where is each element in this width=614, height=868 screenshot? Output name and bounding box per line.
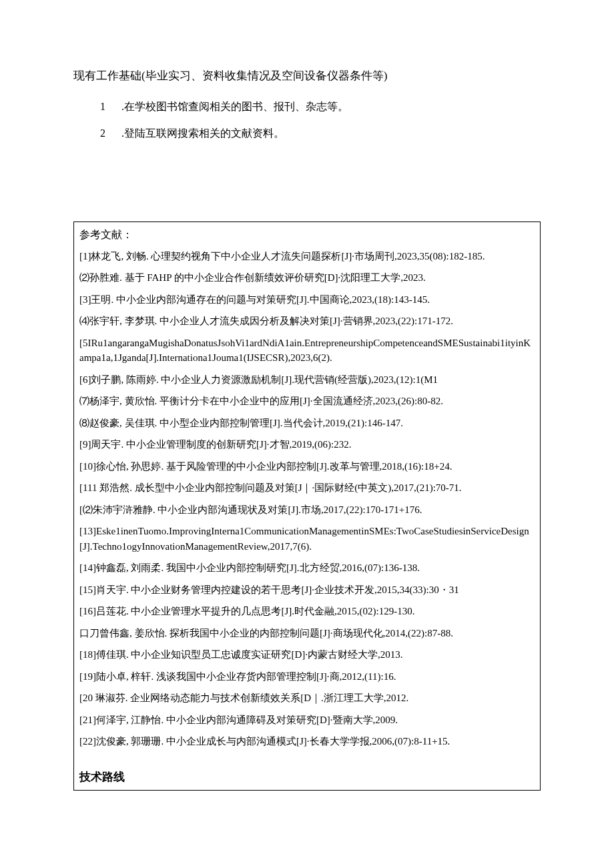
reference-item: [6]刘子鹏, 陈雨婷. 中小企业人力资源激励机制[J].现代营销(经营版),2… <box>79 372 535 388</box>
item-text: .登陆互联网搜索相关的文献资料。 <box>121 127 284 139</box>
reference-item: ⑻赵俊豪, 吴佳琪. 中小型企业内部控制管理[J].当代会计,2019,(21)… <box>79 416 535 431</box>
reference-item: [9]周天宇. 中小企业管理制度的创新研究[J]·才智,2019,(06):23… <box>79 437 535 452</box>
references-list: [1]林龙飞, 刘畅. 心理契约视角下中小企业人才流失问题探析[J]·市场周刊,… <box>79 249 535 749</box>
references-title: 参考文献： <box>79 226 535 244</box>
reference-item: [15]肖天宇. 中小企业财务管理内控建设的若干思考[J]·企业技术开发,201… <box>79 582 535 598</box>
item-number: 1 <box>100 98 119 115</box>
reference-item: ⑺杨泽宇, 黄欣怡. 平衡计分卡在中小企业中的应用[J]·全国流通经济,2023… <box>79 394 535 409</box>
reference-item: [18]傅佳琪. 中小企业知识型员工忠诚度实证研究[D]·内蒙古财经大学,201… <box>79 647 535 663</box>
list-item: 1 .在学校图书馆查阅相关的图书、报刊、杂志等。 <box>100 98 541 115</box>
reference-item: [1]林龙飞, 刘畅. 心理契约视角下中小企业人才流失问题探析[J]·市场周刊,… <box>79 249 535 264</box>
reference-item: ⑷张宇轩, 李梦琪. 中小企业人才流失成因分析及解决对策[J]·营销界,2023… <box>79 314 535 329</box>
references-box: 参考文献： [1]林龙飞, 刘畅. 心理契约视角下中小企业人才流失问题探析[J]… <box>73 222 541 791</box>
item-text: .在学校图书馆查阅相关的图书、报刊、杂志等。 <box>121 101 348 112</box>
reference-item: [⑵朱沛宇浒雅静. 中小企业内部沟通现状及对策[J].市场,2017,(22):… <box>79 502 535 518</box>
reference-item: 口刀曾伟鑫, 姜欣怡. 探析我国中小企业的内部控制问题[J]·商场现代化,201… <box>79 626 535 641</box>
reference-item: [14]钟鑫磊, 刘雨柔. 我国中小企业内部控制研究[J].北方经贸,2016,… <box>79 560 535 576</box>
item-number: 2 <box>100 125 119 142</box>
reference-item: [111 郑浩然. 成长型中小企业内部控制问题及对策[J｜·国际财经(中英文),… <box>79 480 535 496</box>
list-item: 2 .登陆互联网搜索相关的文献资料。 <box>100 125 541 142</box>
work-basis-section: 现有工作基础(毕业实习、资料收集情况及空间设备仪器条件等) 1 .在学校图书馆查… <box>73 67 541 141</box>
reference-item: [22]沈俊豪, 郭珊珊. 中小企业成长与内部沟通模式[J]·长春大学学报,20… <box>79 734 535 749</box>
reference-item: [3]王明. 中小企业内部沟通存在的问题与对策研究[J].中国商论,2023,(… <box>79 292 535 308</box>
reference-item: [13]Eske1inenTuomo.ImprovingInterna1Comm… <box>79 524 535 554</box>
reference-item: [16]吕莲花. 中小企业管理水平提升的几点思考[J].时代金融,2015,(0… <box>79 604 535 619</box>
reference-item: [10]徐心怡, 孙思婷. 基于风险管理的中小企业内部控制[J].改革与管理,2… <box>79 459 535 474</box>
reference-item: [19]陆小卓, 梓轩. 浅谈我国中小企业存货内部管理控制[J]·商,2012,… <box>79 669 535 685</box>
tech-route-title: 技术路线 <box>79 768 535 786</box>
work-basis-title: 现有工作基础(毕业实习、资料收集情况及空间设备仪器条件等) <box>73 67 541 85</box>
reference-item: [20 琳淑芬. 企业网络动态能力与技术创新绩效关系[D｜.浙江理工大学,201… <box>79 691 535 706</box>
reference-item: [21]何泽宇, 江静怡. 中小企业内部沟通障碍及对策研究[D]·暨南大学,20… <box>79 713 535 728</box>
reference-item: [5IRu1angarangaMugishaDonatusJsohVi1ardN… <box>79 336 535 366</box>
reference-item: ⑵孙胜难. 基于 FAHP 的中小企业合作创新绩效评价研究[D]·沈阳理工大学,… <box>79 270 535 286</box>
